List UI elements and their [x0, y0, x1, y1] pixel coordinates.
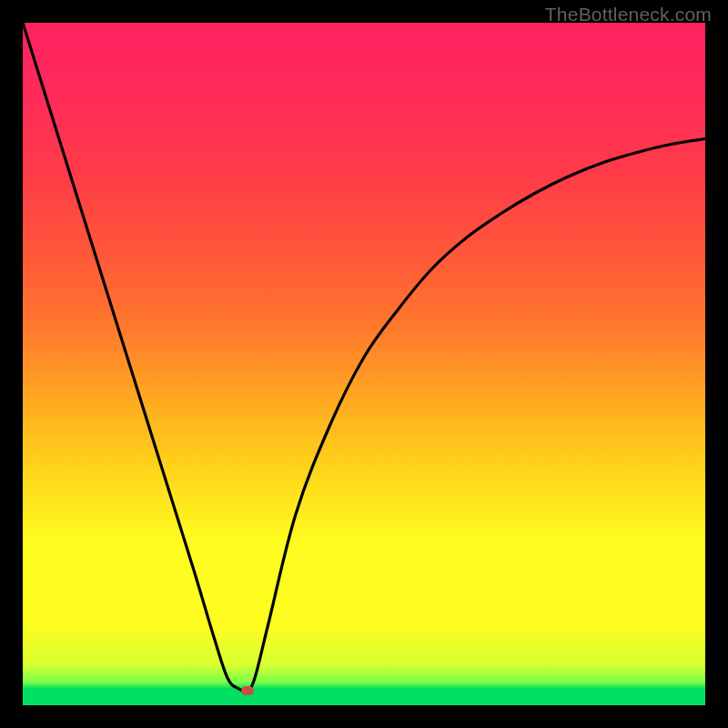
- bottleneck-curve: [23, 23, 705, 705]
- curve-path: [23, 23, 705, 691]
- optimum-marker: [241, 686, 254, 695]
- chart-frame: TheBottleneck.com: [0, 0, 728, 728]
- watermark-label: TheBottleneck.com: [545, 4, 712, 25]
- plot-area: [23, 23, 705, 705]
